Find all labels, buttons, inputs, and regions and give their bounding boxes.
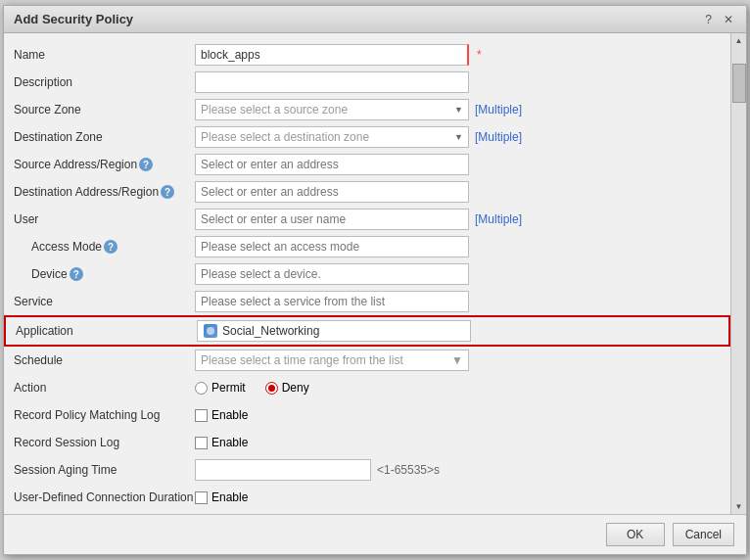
- destination-zone-label: Destination Zone: [14, 130, 195, 144]
- user-control: [Multiple]: [195, 209, 721, 230]
- user-defined-enable: Enable: [211, 490, 248, 504]
- description-row: Description: [4, 69, 730, 96]
- session-aging-control: <1-65535>s: [195, 459, 721, 481]
- device-row: Device ?: [4, 260, 730, 288]
- record-policy-checkbox[interactable]: [195, 409, 208, 422]
- user-defined-checkbox-item[interactable]: Enable: [195, 490, 248, 504]
- user-defined-row: User-Defined Connection Duration Enable: [4, 484, 730, 511]
- scroll-down-arrow[interactable]: ▼: [731, 499, 746, 514]
- app-icon-inner: [204, 324, 217, 338]
- destination-address-input[interactable]: [195, 181, 469, 203]
- access-mode-label: Access Mode ?: [14, 240, 195, 254]
- source-zone-control: Please select a source zone ▼ [Multiple]: [195, 99, 721, 120]
- destination-address-label: Destination Address/Region ?: [14, 185, 195, 199]
- record-session-label: Record Session Log: [14, 436, 195, 449]
- schedule-label: Schedule: [14, 353, 195, 367]
- application-value: Social_Networking: [222, 324, 319, 338]
- service-input[interactable]: [195, 291, 469, 312]
- name-input[interactable]: [195, 44, 469, 66]
- dialog-scrollbar: ▲ ▼: [730, 33, 746, 514]
- device-label: Device ?: [14, 267, 195, 281]
- destination-zone-multiple[interactable]: [Multiple]: [475, 130, 522, 144]
- source-zone-arrow: ▼: [454, 105, 463, 115]
- name-control: *: [195, 44, 721, 66]
- service-control: [195, 291, 721, 312]
- service-row: Service: [4, 288, 730, 315]
- user-defined-checkbox[interactable]: [195, 491, 208, 504]
- application-label: Application: [16, 324, 197, 338]
- help-button[interactable]: ?: [702, 13, 715, 26]
- deny-radio-item[interactable]: Deny: [265, 381, 309, 395]
- description-label: Description: [14, 75, 195, 89]
- session-aging-input[interactable]: [195, 459, 371, 481]
- ok-button[interactable]: OK: [606, 523, 665, 546]
- destination-address-row: Destination Address/Region ?: [4, 178, 730, 206]
- schedule-arrow: ▼: [451, 353, 463, 367]
- permit-radio-item[interactable]: Permit: [195, 381, 246, 395]
- dialog-body: Name * Description Source Zone: [4, 33, 746, 514]
- source-zone-multiple[interactable]: [Multiple]: [475, 103, 522, 117]
- destination-address-help-icon[interactable]: ?: [161, 185, 174, 199]
- title-controls: ? ✕: [702, 13, 736, 26]
- schedule-select[interactable]: Please select a time range from the list…: [195, 350, 469, 371]
- user-defined-control: Enable: [195, 490, 721, 504]
- destination-zone-control: Please select a destination zone ▼ [Mult…: [195, 126, 721, 148]
- record-policy-enable: Enable: [211, 408, 248, 422]
- source-address-help-icon[interactable]: ?: [139, 158, 153, 171]
- destination-zone-select[interactable]: Please select a destination zone ▼: [195, 126, 469, 148]
- close-button[interactable]: ✕: [721, 13, 736, 26]
- permit-label: Permit: [211, 381, 246, 395]
- schedule-control: Please select a time range from the list…: [195, 350, 721, 371]
- source-address-label: Source Address/Region ?: [14, 158, 195, 171]
- user-row: User [Multiple]: [4, 206, 730, 233]
- name-label: Name: [14, 48, 195, 62]
- application-field[interactable]: Social_Networking: [197, 320, 471, 342]
- scroll-up-arrow[interactable]: ▲: [731, 33, 746, 48]
- session-aging-label: Session Aging Time: [14, 463, 195, 477]
- device-input[interactable]: [195, 263, 469, 285]
- access-mode-control: [195, 236, 721, 257]
- record-session-enable: Enable: [211, 436, 248, 449]
- name-row: Name *: [4, 41, 730, 69]
- dialog-titlebar: Add Security Policy ? ✕: [4, 6, 746, 33]
- description-control: [195, 71, 721, 93]
- destination-zone-row: Destination Zone Please select a destina…: [4, 123, 730, 151]
- schedule-row: Schedule Please select a time range from…: [4, 347, 730, 374]
- record-session-control: Enable: [195, 436, 721, 449]
- session-aging-row: Session Aging Time <1-65535>s: [4, 456, 730, 484]
- destination-zone-arrow: ▼: [454, 132, 463, 142]
- destination-address-control: [195, 181, 721, 203]
- user-input[interactable]: [195, 209, 469, 230]
- service-label: Service: [14, 295, 195, 308]
- access-mode-input[interactable]: [195, 236, 469, 257]
- scrollbar-thumb[interactable]: [732, 64, 746, 103]
- source-zone-row: Source Zone Please select a source zone …: [4, 96, 730, 123]
- source-address-row: Source Address/Region ?: [4, 151, 730, 178]
- dialog-footer: OK Cancel: [4, 514, 746, 554]
- source-address-input[interactable]: [195, 154, 469, 175]
- record-session-checkbox-item[interactable]: Enable: [195, 436, 248, 449]
- access-mode-help-icon[interactable]: ?: [104, 240, 117, 254]
- record-session-checkbox[interactable]: [195, 437, 208, 449]
- source-address-control: [195, 154, 721, 175]
- action-row: Action Permit Deny: [4, 374, 730, 401]
- user-label: User: [14, 212, 195, 226]
- application-row: Application Social_Networking: [4, 315, 730, 347]
- required-star: *: [477, 48, 482, 62]
- record-session-row: Record Session Log Enable: [4, 429, 730, 456]
- device-help-icon[interactable]: ?: [70, 267, 83, 281]
- source-zone-label: Source Zone: [14, 103, 195, 117]
- dialog-title: Add Security Policy: [14, 12, 133, 26]
- user-defined-label: User-Defined Connection Duration: [14, 490, 195, 504]
- app-icon: [203, 323, 218, 339]
- record-policy-control: Enable: [195, 408, 721, 422]
- cancel-button[interactable]: Cancel: [673, 523, 734, 546]
- application-control: Social_Networking: [197, 320, 719, 342]
- add-security-policy-dialog: Add Security Policy ? ✕ Name * Descripti…: [3, 5, 747, 555]
- source-zone-select[interactable]: Please select a source zone ▼: [195, 99, 469, 120]
- action-control: Permit Deny: [195, 381, 721, 395]
- record-policy-label: Record Policy Matching Log: [14, 408, 195, 422]
- record-policy-checkbox-item[interactable]: Enable: [195, 408, 248, 422]
- user-multiple[interactable]: [Multiple]: [475, 212, 522, 226]
- description-input[interactable]: [195, 71, 469, 93]
